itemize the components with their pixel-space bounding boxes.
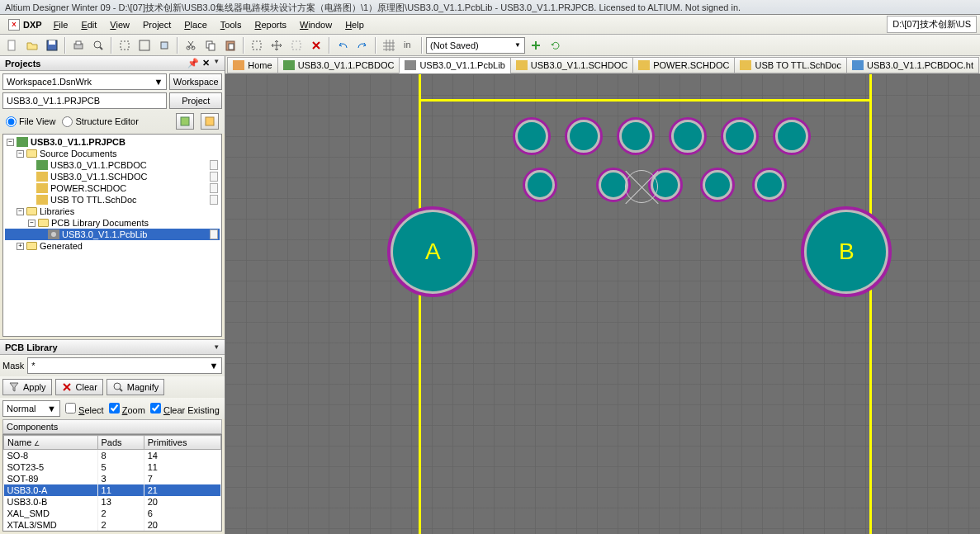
pcblib-panel-header[interactable]: PCB Library ▼ (0, 340, 225, 355)
select-check[interactable]: Select (65, 403, 104, 415)
file-view-input[interactable] (6, 116, 17, 127)
doc-tab[interactable]: USB3.0_V1.1.PCBDOC.ht (846, 57, 979, 73)
menu-place[interactable]: Place (178, 17, 214, 32)
proj-opt1[interactable] (176, 113, 194, 130)
doc-tab[interactable]: USB3.0_V1.1.PCBDOC (277, 57, 400, 73)
table-row[interactable]: SOT-8937 (4, 473, 221, 484)
pad-7[interactable] (523, 168, 557, 202)
table-row[interactable]: XTAL3/SMD220 (4, 519, 221, 531)
components-grid[interactable]: Name ∠ Pads Primitives SO-8814SOT23-5511… (2, 434, 222, 532)
chevron-down-icon[interactable]: ▼ (213, 343, 220, 351)
workspace-button[interactable]: Workspace (169, 73, 222, 90)
tree-file[interactable]: USB3.0_V1.1.PCBDOC (5, 159, 220, 171)
tree-generated[interactable]: + Generated (5, 240, 220, 252)
clear-existing-check[interactable]: Clear Existing (150, 403, 220, 415)
tb-zoom-sel[interactable] (155, 36, 173, 54)
clear-existing-input[interactable] (150, 403, 161, 413)
pad-11[interactable] (752, 168, 787, 202)
zoom-check[interactable]: Zoom (109, 403, 145, 415)
normal-combo[interactable]: Normal ▼ (2, 400, 60, 417)
tb-save[interactable] (43, 36, 61, 54)
tb-refresh[interactable] (547, 36, 565, 54)
mask-combo[interactable]: * ▼ (27, 357, 222, 374)
dxp-menu[interactable]: X DXP (3, 17, 47, 32)
project-button[interactable]: Project (169, 92, 222, 109)
tb-cut[interactable] (182, 36, 200, 54)
tree-toggle[interactable]: + (17, 243, 24, 250)
menu-window[interactable]: Window (293, 17, 339, 32)
chevron-down-icon[interactable]: ▼ (213, 58, 220, 69)
tb-zoom-area[interactable] (116, 36, 134, 54)
project-combo[interactable]: USB3.0_V1.1.PRJPCB (2, 92, 167, 109)
clear-button[interactable]: Clear (55, 379, 103, 395)
tb-grid[interactable] (380, 36, 398, 54)
tb-add[interactable] (527, 36, 545, 54)
zoom-input[interactable] (109, 403, 120, 413)
doc-tab[interactable]: Home (227, 57, 277, 73)
col-pads[interactable]: Pads (97, 436, 144, 450)
tree-toggle[interactable]: − (28, 220, 36, 227)
pin-icon[interactable]: 📌 (187, 58, 199, 69)
tree-toggle[interactable]: − (17, 208, 24, 215)
structure-editor-radio[interactable]: Structure Editor (62, 116, 138, 127)
tree-pcblib-docs[interactable]: − PCB Library Documents (5, 217, 220, 229)
pad-1[interactable] (513, 117, 551, 155)
file-view-radio[interactable]: File View (6, 116, 55, 127)
apply-button[interactable]: Apply (2, 379, 52, 395)
pad-10[interactable] (700, 168, 735, 202)
tb-deselect[interactable] (287, 36, 305, 54)
workspace-combo[interactable]: Workspace1.DsnWrk ▼ (2, 73, 167, 90)
proj-opt2[interactable] (201, 113, 219, 130)
col-primitives[interactable]: Primitives (144, 436, 221, 450)
pad-3[interactable] (617, 117, 655, 155)
pad-4[interactable] (669, 117, 707, 155)
structure-editor-input[interactable] (62, 116, 73, 127)
tb-print[interactable] (69, 36, 88, 54)
menu-file[interactable]: File (47, 17, 75, 32)
pad-5[interactable] (721, 117, 759, 155)
tb-preview[interactable] (89, 36, 107, 54)
menu-tools[interactable]: Tools (214, 17, 249, 32)
doc-tab[interactable]: USB TO TTL.SchDoc (734, 57, 847, 73)
table-row[interactable]: SO-8814 (4, 450, 221, 462)
pad-6[interactable] (773, 117, 811, 155)
pad-2[interactable] (565, 117, 603, 155)
tree-toggle[interactable]: − (7, 139, 14, 146)
col-name[interactable]: Name ∠ (4, 436, 98, 450)
tb-copy[interactable] (201, 36, 220, 54)
tb-clear[interactable] (307, 36, 325, 54)
project-tree[interactable]: − USB3.0_V1.1.PRJPCB − Source Documents … (2, 134, 222, 337)
menu-project[interactable]: Project (136, 17, 178, 32)
projects-panel-header[interactable]: Projects 📌 ✕ ▼ (0, 56, 225, 71)
tree-pcblib-file[interactable]: USB3.0_V1.1.PcbLib (5, 229, 220, 240)
tree-toggle[interactable]: − (17, 150, 24, 158)
table-row[interactable]: USB3.0-B1320 (4, 496, 221, 508)
pad-b[interactable]: B (801, 206, 892, 297)
tree-file[interactable]: POWER.SCHDOC (5, 182, 220, 194)
tb-zoom-fit[interactable] (135, 36, 154, 54)
table-row[interactable]: USB3.0-A1121 (4, 484, 221, 496)
menu-view[interactable]: View (103, 17, 136, 32)
doc-tab[interactable]: POWER.SCHDOC (632, 57, 735, 73)
tree-libraries[interactable]: − Libraries (5, 206, 220, 217)
tb-undo[interactable] (334, 36, 352, 54)
select-input[interactable] (65, 403, 76, 413)
tb-move[interactable] (267, 36, 286, 54)
pad-a[interactable]: A (387, 206, 478, 297)
tb-layer-combo[interactable]: (Not Saved) ▼ (426, 37, 525, 54)
tb-units[interactable]: in (400, 36, 418, 54)
pcb-canvas[interactable]: A B (225, 74, 980, 534)
table-row[interactable]: SOT23-5511 (4, 461, 221, 473)
tree-file[interactable]: USB TO TTL.SchDoc (5, 194, 220, 206)
magnify-button[interactable]: Magnify (107, 379, 165, 395)
menu-edit[interactable]: Edit (74, 17, 103, 32)
tree-source-docs[interactable]: − Source Documents (5, 148, 220, 159)
tb-redo[interactable] (353, 36, 372, 54)
tree-file[interactable]: USB3.0_V1.1.SCHDOC (5, 171, 220, 182)
tb-new[interactable] (3, 36, 21, 54)
doc-tab[interactable]: USB3.0_V1.1.PcbLib (399, 57, 510, 73)
table-row[interactable]: XAL_SMD26 (4, 508, 221, 519)
tb-select[interactable] (248, 36, 266, 54)
close-icon[interactable]: ✕ (202, 58, 210, 69)
doc-tab[interactable]: USB3.0_V1.1.SCHDOC (510, 57, 633, 73)
